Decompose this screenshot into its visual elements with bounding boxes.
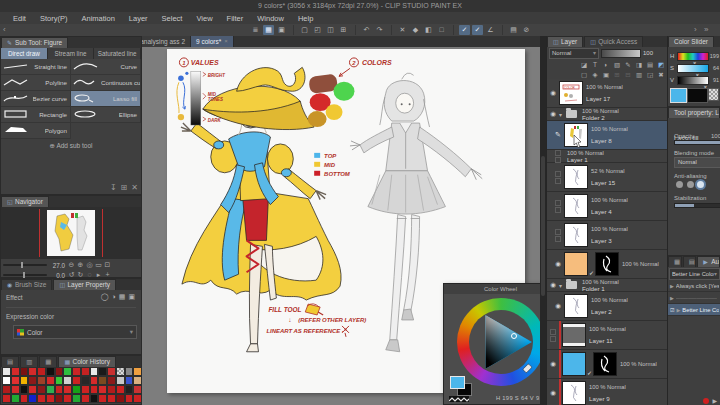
history-swatch[interactable]: [55, 385, 64, 394]
auto-action-item[interactable]: ☑▶Better Line Color: [668, 304, 720, 316]
open-file-icon[interactable]: ◰: [312, 25, 323, 35]
history-swatch[interactable]: [81, 367, 90, 376]
history-swatch[interactable]: [133, 367, 142, 376]
history-swatch[interactable]: [125, 385, 134, 394]
color-history-tab[interactable]: ▦Color History: [58, 356, 116, 367]
menu-storyp[interactable]: Story(P): [33, 14, 75, 23]
history-swatch[interactable]: [11, 385, 20, 394]
symmetry-icon[interactable]: ⊘: [521, 25, 532, 35]
document-tab[interactable]: 2 analysing ass×: [142, 36, 191, 47]
layer-row-folder-2[interactable]: ◉▾100 % NormalFolder 2: [547, 108, 668, 121]
history-swatch[interactable]: [81, 376, 90, 385]
history-swatch[interactable]: [37, 394, 46, 403]
fg-color-swatch[interactable]: [670, 88, 687, 103]
visibility-eye-icon[interactable]: ◉: [550, 90, 556, 96]
hue-cursor[interactable]: [523, 364, 532, 373]
layer-row-layer-11[interactable]: 100 % NormalLayer 11: [547, 321, 668, 350]
folder-expand-arrow[interactable]: ▾: [559, 111, 566, 118]
history-swatch[interactable]: [20, 376, 29, 385]
navigator-icon[interactable]: ⊖: [67, 261, 76, 269]
layer-tool-icon[interactable]: ✎: [623, 60, 633, 69]
history-swatch[interactable]: [2, 385, 11, 394]
palette-stub-tab[interactable]: ▤: [683, 256, 697, 267]
layer-tool-icon[interactable]: ⊞: [612, 70, 622, 79]
auto-action-tab[interactable]: ▶Auto Action: [697, 256, 720, 267]
subtool-action-icon[interactable]: ↧: [110, 183, 117, 192]
subtool-lasso-fill[interactable]: Lasso fill: [71, 91, 141, 107]
auto-action-item[interactable]: ▶Always click [Yes]: [668, 280, 720, 292]
navigator-preview[interactable]: [1, 207, 141, 259]
subtool-curve[interactable]: Curve: [71, 59, 141, 75]
navigator-icon[interactable]: ⊡: [103, 261, 112, 269]
history-swatch[interactable]: [11, 394, 20, 403]
subtool-continuous-curve[interactable]: Continuous curve: [71, 75, 141, 91]
stabilization-slider[interactable]: [674, 203, 720, 208]
layer-tool-icon[interactable]: ▤: [645, 60, 655, 69]
layer-row-folder-1[interactable]: ◉▾100 % NormalFolder 1: [547, 279, 668, 292]
menu-animation[interactable]: Animation: [74, 14, 121, 23]
history-swatch[interactable]: [90, 394, 99, 403]
layer-panel-tab-layer[interactable]: ◫Layer: [547, 36, 583, 47]
menu-window[interactable]: Window: [250, 14, 291, 23]
history-swatch[interactable]: [63, 367, 72, 376]
history-swatch[interactable]: [55, 367, 64, 376]
history-swatch[interactable]: [46, 376, 55, 385]
navigator-icon[interactable]: ⊕: [76, 261, 85, 269]
palette-stub-tab[interactable]: ▦: [668, 256, 682, 267]
zoom-slider[interactable]: [3, 264, 47, 266]
history-swatch[interactable]: [72, 394, 81, 403]
subtool-tab-direct-draw[interactable]: Direct draw: [1, 48, 48, 59]
history-swatch[interactable]: [107, 376, 116, 385]
snap-special-ruler-icon[interactable]: ✓: [472, 25, 483, 35]
palette-stub-tab[interactable]: ▦: [39, 356, 57, 367]
save-icon[interactable]: ◫: [325, 25, 336, 35]
history-swatch[interactable]: [90, 385, 99, 394]
subtool-tab-saturated-line[interactable]: Saturated line: [94, 48, 141, 59]
delete-icon[interactable]: ✕: [397, 25, 408, 35]
layer-row-layer-1[interactable]: 100 % NormalLayer 1: [547, 150, 668, 163]
subtool-polygon[interactable]: Polygon: [1, 123, 71, 139]
history-swatch[interactable]: [28, 376, 37, 385]
brush-size-tab[interactable]: ◉Brush Size: [1, 279, 52, 290]
history-swatch[interactable]: [125, 376, 134, 385]
print-icon[interactable]: ⊞: [338, 25, 349, 35]
layer-tool-icon[interactable]: T: [590, 60, 600, 69]
menu-select[interactable]: Select: [155, 14, 190, 23]
history-swatch[interactable]: [2, 394, 11, 403]
document-tab[interactable]: 9 colors*×: [191, 36, 234, 47]
color-slider-v[interactable]: V✕91: [670, 74, 719, 86]
auto-action-preset-dropdown[interactable]: Better Line Color▾: [669, 268, 720, 280]
play-icon[interactable]: ▶: [712, 397, 717, 404]
close-tab-icon[interactable]: ×: [224, 36, 228, 47]
layer-tool-icon[interactable]: ▥: [634, 70, 644, 79]
history-swatch[interactable]: [11, 367, 20, 376]
visibility-eye-icon[interactable]: ◉: [555, 303, 561, 309]
history-swatch[interactable]: [133, 394, 142, 403]
history-swatch[interactable]: [125, 367, 134, 376]
layer-tool-icon[interactable]: ⊟: [623, 70, 633, 79]
expand-arrow-icon[interactable]: ▶: [676, 307, 680, 313]
visibility-eye-icon[interactable]: ◉: [550, 390, 556, 396]
gradient-strip-icon[interactable]: [449, 396, 469, 402]
layer-tool-icon[interactable]: ▣: [601, 70, 611, 79]
navigator-icon[interactable]: ▭: [94, 261, 103, 269]
layer-tool-icon[interactable]: ◨: [634, 60, 644, 69]
subtool-action-icon[interactable]: ✕: [131, 183, 138, 192]
record-icon[interactable]: [703, 398, 709, 404]
history-swatch[interactable]: [116, 385, 125, 394]
layer-row-layer-4[interactable]: 100 % NormalLayer 4: [547, 192, 668, 221]
history-swatch[interactable]: [11, 376, 20, 385]
opacity-slider[interactable]: [601, 49, 641, 58]
history-swatch[interactable]: [63, 394, 72, 403]
history-swatch[interactable]: [63, 376, 72, 385]
color-slider-s[interactable]: S✕64: [670, 62, 719, 74]
visibility-eye-icon[interactable]: ◉: [550, 282, 556, 288]
aa-none[interactable]: [676, 181, 683, 188]
blending-mode-dropdown[interactable]: Normal▾: [549, 48, 599, 59]
layer-row[interactable]: ◉✓100 % Normal: [547, 350, 668, 379]
subtool-bezier-curve[interactable]: Bezier curve: [1, 91, 71, 107]
layer-panel-tab-quick-access[interactable]: ◫Quick Access: [584, 36, 643, 47]
material-icon[interactable]: ▣: [276, 25, 287, 35]
menu-edit[interactable]: Edit: [6, 14, 33, 23]
effect-icon[interactable]: ◑: [112, 293, 116, 301]
